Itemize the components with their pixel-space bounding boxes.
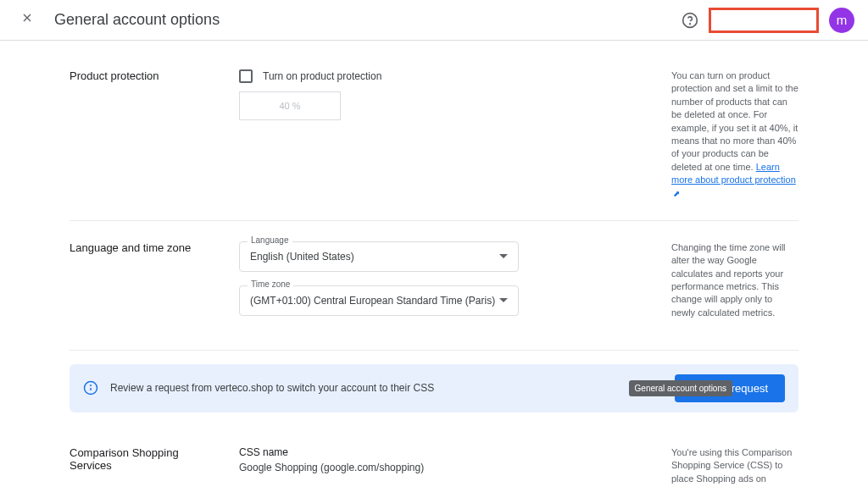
field-label: Language [248, 235, 292, 245]
external-link-icon: ⬈ [673, 188, 680, 200]
section-label: Comparison Shopping Services [70, 446, 222, 487]
page-title: General account options [54, 11, 682, 29]
chevron-down-icon [499, 298, 508, 302]
highlight-annotation [709, 8, 819, 33]
close-icon [20, 11, 34, 25]
help-text: You can turn on product protection and s… [671, 70, 798, 172]
section-language-timezone: Language and time zone Language English … [70, 221, 798, 351]
close-button[interactable] [14, 4, 41, 36]
section-help-text: You can turn on product protection and s… [671, 69, 798, 200]
banner-text: Review a request from verteco.shop to sw… [110, 382, 663, 394]
field-label: Time zone [248, 279, 293, 289]
svg-point-4 [91, 385, 92, 386]
header-actions: m [682, 8, 854, 33]
info-icon [83, 380, 98, 396]
section-help-text: Changing the time zone will alter the wa… [671, 241, 798, 329]
section-main: Turn on product protection 40 % [239, 69, 654, 200]
chevron-down-icon [499, 254, 508, 258]
css-name-label: CSS name [239, 446, 654, 458]
section-main: CSS name Google Shopping (google.com/sho… [239, 446, 654, 487]
select-value: (GMT+01:00) Central European Standard Ti… [250, 295, 495, 307]
section-label: Product protection [70, 69, 222, 200]
section-product-protection: Product protection Turn on product prote… [70, 49, 798, 221]
product-protection-checkbox[interactable] [239, 69, 253, 83]
section-main: Language English (United States) Time zo… [239, 241, 654, 329]
section-css: Comparison Shopping Services CSS name Go… [70, 426, 798, 487]
timezone-field-wrap: Time zone (GMT+01:00) Central European S… [239, 285, 654, 316]
avatar[interactable]: m [829, 8, 854, 33]
language-select[interactable]: English (United States) [239, 241, 519, 272]
select-value: English (United States) [250, 251, 354, 263]
help-icon[interactable] [682, 12, 698, 29]
tooltip-badge: General account options [629, 380, 732, 396]
checkbox-label: Turn on product protection [263, 70, 381, 82]
section-help-text: You're using this Comparison Shopping Se… [671, 446, 798, 487]
timezone-select[interactable]: (GMT+01:00) Central European Standard Ti… [239, 285, 519, 316]
checkbox-row: Turn on product protection [239, 69, 654, 83]
content-area: Product protection Turn on product prote… [70, 41, 798, 487]
svg-point-1 [690, 23, 691, 24]
css-name-value: Google Shopping (google.com/shopping) [239, 462, 654, 473]
help-text: You're using this Comparison Shopping Se… [671, 447, 796, 487]
page-header: General account options m [0, 0, 868, 41]
percent-input[interactable]: 40 % [239, 91, 341, 120]
section-label: Language and time zone [70, 241, 222, 329]
language-field-wrap: Language English (United States) [239, 241, 654, 272]
help-text: Changing the time zone will alter the wa… [671, 242, 786, 318]
